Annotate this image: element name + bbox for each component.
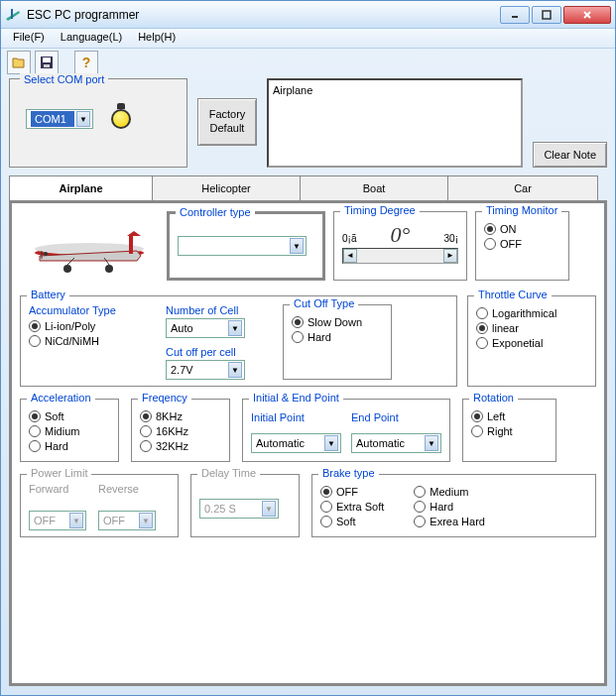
acceleration-group: Acceleration Soft Midium Hard	[20, 399, 119, 462]
cutoff-type-group: Cut Off Type Slow Down Hard	[283, 304, 392, 380]
timing-value: 0°	[391, 222, 411, 248]
brake-extrahard-radio[interactable]: Exrea Hard	[414, 516, 485, 527]
power-forward-select: OFF▼	[29, 511, 86, 530]
brake-off-radio[interactable]: OFF	[320, 486, 384, 498]
throttle-linear-radio[interactable]: linear	[476, 322, 587, 334]
tab-car[interactable]: Car	[447, 175, 598, 200]
accel-hard-radio[interactable]: Hard	[29, 440, 110, 452]
cutoff-per-cell-select[interactable]: 2.7V▼	[166, 360, 245, 380]
svg-point-15	[105, 265, 113, 273]
tab-airplane[interactable]: Airplane	[9, 175, 153, 200]
throttle-exp-radio[interactable]: Exponetial	[476, 337, 587, 349]
timing-slider[interactable]: ◄ ►	[342, 248, 458, 264]
arrow-left-icon[interactable]: ◄	[343, 249, 357, 263]
rotation-left-radio[interactable]: Left	[471, 410, 548, 422]
menu-help[interactable]: Help(H)	[130, 29, 184, 48]
svg-point-12	[44, 252, 48, 256]
accum-lipo-radio[interactable]: Li-ion/Poly	[29, 320, 148, 332]
freq-16k-radio[interactable]: 16KHz	[140, 425, 221, 437]
accum-nicd-radio[interactable]: NiCd/NiMH	[29, 335, 148, 347]
tab-content: Controller type ▼ Timing Degree 0¡ã 0° 3…	[9, 200, 607, 686]
throttle-curve-group: Throttle Curve Logarithmical linear Expo…	[467, 295, 596, 387]
controller-type-select[interactable]: ▼	[178, 236, 307, 256]
throttle-log-radio[interactable]: Logarithmical	[476, 307, 587, 319]
note-textarea[interactable]	[267, 78, 523, 168]
save-button[interactable]	[35, 51, 59, 74]
svg-rect-8	[44, 64, 50, 67]
help-button[interactable]: ?	[74, 51, 98, 74]
airplane-image	[20, 211, 159, 286]
timing-monitor-group: Timing Monitor ON OFF	[475, 211, 569, 281]
monitor-on-radio[interactable]: ON	[484, 223, 560, 235]
freq-32k-radio[interactable]: 32KHz	[140, 440, 221, 452]
initial-end-point-group: Initial & End Point Initial Point Automa…	[242, 399, 450, 462]
maximize-button[interactable]	[532, 6, 561, 24]
brake-medium-radio[interactable]: Medium	[414, 486, 485, 498]
tab-helicopter[interactable]: Helicopter	[152, 175, 301, 200]
svg-rect-7	[43, 58, 51, 62]
svg-rect-3	[543, 11, 551, 19]
tab-strip: Airplane Helicopter Boat Car	[9, 175, 607, 200]
app-window: ESC PC programmer File(F) Language(L) He…	[0, 0, 616, 696]
frequency-group: Freqency 8KHz 16KHz 32KHz	[131, 399, 230, 462]
titlebar: ESC PC programmer	[1, 1, 615, 29]
menu-language[interactable]: Language(L)	[53, 29, 130, 48]
close-button[interactable]	[563, 6, 611, 24]
open-button[interactable]	[7, 51, 31, 74]
window-title: ESC PC programmer	[27, 8, 498, 22]
accel-soft-radio[interactable]: Soft	[29, 410, 110, 422]
delay-time-select: 0.25 S▼	[199, 499, 279, 519]
brake-soft-radio[interactable]: Soft	[320, 516, 384, 527]
initial-point-select[interactable]: Automatic▼	[251, 433, 341, 453]
minimize-button[interactable]	[500, 6, 530, 24]
power-limit-group: Power Limit Forward OFF▼ Reverse OFF▼	[20, 474, 179, 537]
clear-note-button[interactable]: Clear Note	[533, 142, 607, 168]
accel-medium-radio[interactable]: Midium	[29, 425, 110, 437]
freq-8k-radio[interactable]: 8KHz	[140, 410, 221, 422]
svg-rect-11	[129, 236, 133, 254]
menubar: File(F) Language(L) Help(H)	[1, 29, 615, 49]
controller-type-group: Controller type ▼	[167, 211, 325, 281]
timing-degree-group: Timing Degree 0¡ã 0° 30¡ ◄ ►	[333, 211, 467, 281]
rotation-group: Rotation Left Right	[462, 399, 556, 462]
end-point-select[interactable]: Automatic▼	[351, 433, 441, 453]
com-port-group: Select COM port COM1 ▼	[9, 78, 187, 168]
power-reverse-select: OFF▼	[98, 511, 156, 530]
brake-extrasoft-radio[interactable]: Extra Soft	[320, 501, 384, 513]
chevron-down-icon: ▼	[76, 111, 90, 127]
brake-hard-radio[interactable]: Hard	[414, 501, 485, 513]
battery-group: Battery Accumulator Type Li-ion/Poly NiC…	[20, 295, 457, 387]
tab-boat[interactable]: Boat	[300, 175, 448, 200]
rotation-right-radio[interactable]: Right	[471, 425, 548, 437]
com-port-label: Select COM port	[20, 73, 108, 85]
menu-file[interactable]: File(F)	[5, 29, 53, 48]
cutoff-slow-radio[interactable]: Slow Down	[292, 316, 383, 328]
cell-count-select[interactable]: Auto▼	[166, 318, 245, 338]
status-light-icon	[111, 109, 131, 129]
factory-default-button[interactable]: Factory Default	[197, 98, 257, 146]
com-port-select[interactable]: COM1 ▼	[26, 109, 93, 129]
arrow-right-icon[interactable]: ►	[443, 249, 457, 263]
cutoff-hard-radio[interactable]: Hard	[292, 331, 383, 343]
brake-type-group: Brake type OFF Extra Soft Soft Medium Ha…	[311, 474, 596, 537]
app-icon	[5, 7, 21, 23]
monitor-off-radio[interactable]: OFF	[484, 238, 560, 250]
toolbar: ?	[1, 49, 615, 76]
chevron-down-icon: ▼	[290, 238, 304, 254]
svg-rect-1	[11, 9, 13, 19]
delay-time-group: Delay Time 0.25 S▼	[190, 474, 300, 537]
svg-point-14	[63, 265, 71, 273]
